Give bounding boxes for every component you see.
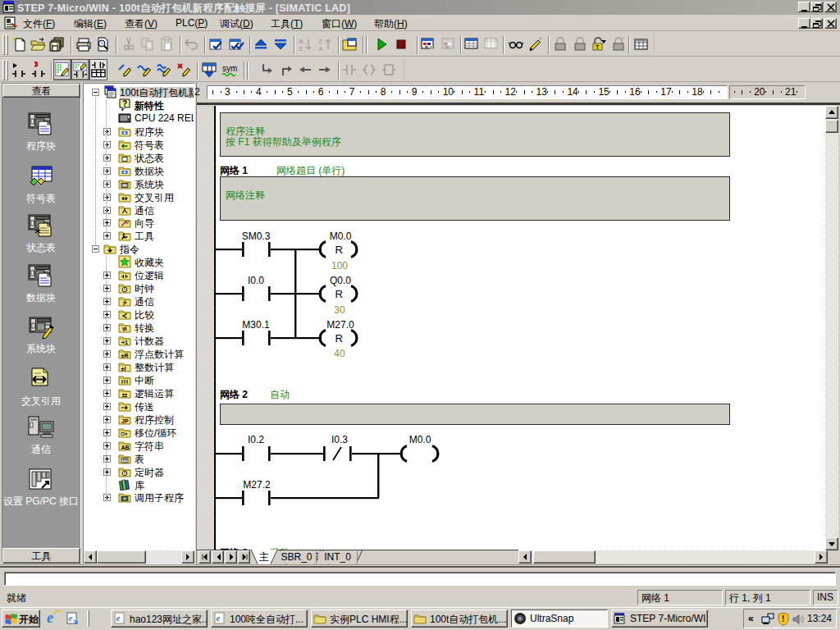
svg-text:e: e xyxy=(217,613,221,623)
svg-text:R: R xyxy=(336,288,343,300)
svg-text:sym: sym xyxy=(222,64,237,73)
svg-text:R: R xyxy=(336,244,343,256)
svg-text:±I: ±I xyxy=(121,366,126,372)
svg-text:±R: ±R xyxy=(121,353,129,358)
svg-text:JP: JP xyxy=(121,418,129,424)
svg-text:+1: +1 xyxy=(121,340,128,345)
svg-text:R: R xyxy=(336,332,343,345)
svg-text:e: e xyxy=(69,613,73,623)
svg-text:A: A xyxy=(299,38,304,45)
svg-text:Z: Z xyxy=(318,38,322,45)
svg-text:e: e xyxy=(116,613,121,623)
svg-text:A: A xyxy=(318,45,323,52)
svg-text:Z: Z xyxy=(299,45,303,52)
svg-text:T: T xyxy=(596,44,600,50)
svg-text:主: 主 xyxy=(259,551,269,563)
svg-text:AB: AB xyxy=(121,445,129,450)
svg-text:!: ! xyxy=(782,614,784,623)
svg-text:?: ? xyxy=(122,99,127,108)
